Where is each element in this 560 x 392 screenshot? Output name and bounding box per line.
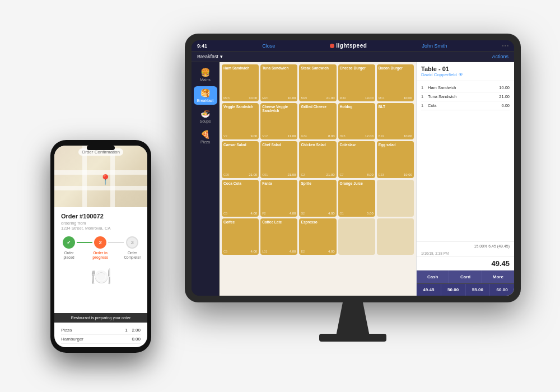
- menu-item[interactable]: BLT B19 10.00: [377, 103, 414, 140]
- step-3-label: Order Complete!: [124, 251, 141, 260]
- menu-item[interactable]: Fanta F2 4.00: [260, 180, 297, 217]
- phone-status-bar: Restaurant is preparing your order: [54, 313, 147, 323]
- scene: 9:41 Close lightspeed John Smith ▪ ▪ ▪ B…: [28, 22, 532, 370]
- progress-steps: ✓ Order placed 2 Order in progress 3 Ord…: [61, 236, 141, 260]
- menu-item[interactable]: [377, 218, 414, 255]
- order-item-row: 1 Cola 6.00: [421, 101, 510, 110]
- quick-amount-button[interactable]: 49.45: [417, 284, 441, 296]
- tablet: 9:41 Close lightspeed John Smith ▪ ▪ ▪ B…: [185, 34, 521, 302]
- menu-item[interactable]: Espresso E2 4.00: [299, 218, 336, 255]
- order-items-list: 1 Ham Sandwich 10.00 1 Tuna Sandwich 21.…: [417, 81, 514, 241]
- soups-icon: 🍜: [195, 109, 216, 118]
- phone-order-list: Pizza 1 2.00 Hamburger 0.00: [54, 323, 147, 347]
- menu-item[interactable]: Bacon Burger M11 10.00: [377, 64, 414, 101]
- quick-amount-button[interactable]: 50.00: [441, 284, 466, 296]
- menu-grid: Ham Sandwich M23 10.00 Tuna Sandwich M20…: [220, 62, 416, 296]
- map-pin: 📍: [99, 174, 111, 186]
- menu-item[interactable]: Grilled Cheese G34 8.00: [299, 103, 336, 140]
- step-2-circle: 2: [94, 236, 106, 249]
- step-2-label: Order in progress: [92, 251, 108, 260]
- lightspeed-logo: lightspeed: [330, 43, 367, 49]
- map-road-h2: [54, 186, 147, 190]
- menu-item[interactable]: Cheese Burger M39 19.00: [338, 64, 375, 101]
- step-2: 2 Order in progress: [92, 236, 108, 260]
- step-1-label: Order placed: [61, 251, 77, 260]
- phone: 📍 Order Confirmation Order #100072 order…: [50, 140, 151, 353]
- tablet-nav: Breakfast ▾ Actions: [192, 52, 514, 62]
- order-total: 49.45: [417, 256, 514, 270]
- step-1-circle: ✓: [63, 236, 75, 249]
- close-button[interactable]: Close: [262, 43, 275, 49]
- tablet-base: [319, 334, 386, 342]
- ordering-from-label: ordering from 1234 Street, Monrovia, CA: [61, 221, 141, 231]
- connector-2: [108, 242, 124, 243]
- tablet-time: 9:41: [197, 43, 207, 49]
- payment-method-button[interactable]: Card: [449, 270, 482, 283]
- sidebar-label-breakfast: Breakfast: [197, 99, 214, 102]
- step-3: 3 Order Complete!: [124, 236, 141, 260]
- menu-item[interactable]: Ham Sandwich M23 10.00: [222, 64, 259, 101]
- menu-item[interactable]: Tuna Sandwich M20 10.00: [260, 64, 297, 101]
- order-item-row: 1 Ham Sandwich 10.00: [421, 83, 510, 92]
- eye-icon: 👁: [459, 72, 463, 77]
- actions-button[interactable]: Actions: [492, 54, 508, 59]
- food-illustration: 🍽️: [61, 267, 141, 286]
- phone-screen: 📍 Order Confirmation Order #100072 order…: [54, 146, 147, 347]
- phone-notch: [87, 146, 115, 150]
- logo-dot: [330, 44, 334, 48]
- menu-item[interactable]: Hotdog H23 12.00: [338, 103, 375, 140]
- pos-sidebar: 🍔 Mains 🥞 Breakfast 🍜 Soups 🍕 Pizza: [192, 62, 220, 296]
- phone-order-row: Pizza 1 2.00: [61, 326, 141, 335]
- menu-item[interactable]: Sprite S2 4.00: [299, 180, 336, 217]
- menu-item[interactable]: Coleslaw C7 8.00: [338, 141, 375, 178]
- tablet-screen: 9:41 Close lightspeed John Smith ▪ ▪ ▪ B…: [192, 40, 514, 296]
- tax-line: 15.00% 6.45 (49.45): [417, 241, 514, 250]
- connector-1: [77, 242, 92, 243]
- customer-name: David Copperfield 👁: [421, 72, 510, 77]
- phone-content: Order #100072 ordering from 1234 Street,…: [54, 207, 147, 313]
- payment-method-button[interactable]: Cash: [417, 270, 449, 283]
- menu-item[interactable]: Cheese Veggie Sandwich V12 11.00: [260, 103, 297, 140]
- sidebar-label-mains: Mains: [200, 78, 211, 82]
- menu-item[interactable]: Coffee C5 4.00: [222, 218, 259, 255]
- quick-amount-button[interactable]: 55.00: [466, 284, 491, 296]
- quick-amount-button[interactable]: 60.00: [490, 284, 514, 296]
- phone-map: 📍 Order Confirmation: [54, 146, 147, 207]
- sidebar-item-breakfast[interactable]: 🥞 Breakfast: [194, 86, 217, 105]
- menu-item[interactable]: Chicken Salad C2 21.00: [299, 141, 336, 178]
- quick-amounts: 49.4550.0055.0060.00: [417, 283, 514, 296]
- phone-order-row: Hamburger 0.00: [61, 335, 141, 344]
- menu-item[interactable]: Caffee Late L01 4.00: [260, 218, 297, 255]
- menu-item[interactable]: [377, 180, 414, 217]
- menu-item[interactable]: Coca Cola C5 4.00: [222, 180, 259, 217]
- step-1: ✓ Order placed: [61, 236, 77, 260]
- menu-item[interactable]: Orange Juice O1 5.00: [338, 180, 375, 217]
- payment-method-button[interactable]: More: [482, 270, 514, 283]
- menu-item[interactable]: Caesar Salad C99 21.00: [222, 141, 259, 178]
- menu-item[interactable]: Veggie Sandwich V2 9.00: [222, 103, 259, 140]
- order-footer: 1/10/18, 2:38 PM: [417, 250, 514, 256]
- step-3-circle: 3: [126, 236, 138, 249]
- sidebar-item-soups[interactable]: 🍜 Soups: [194, 107, 217, 125]
- logo-text: lightspeed: [336, 43, 367, 49]
- tablet-stand: [336, 302, 370, 336]
- user-name: John Smith: [422, 43, 447, 49]
- mains-icon: 🍔: [195, 68, 216, 77]
- pizza-icon: 🍕: [195, 130, 216, 139]
- menu-item[interactable]: Egg salad E23 19.00: [377, 141, 414, 178]
- sidebar-label-pizza: Pizza: [200, 140, 210, 144]
- order-timestamp: 1/10/18, 2:38 PM: [421, 251, 449, 255]
- menu-item[interactable]: Steak Sandwich M29 21.00: [299, 64, 336, 101]
- table-label: Table - 01: [421, 66, 510, 72]
- nav-title[interactable]: Breakfast ▾: [197, 54, 223, 59]
- order-item-row: 1 Tuna Sandwich 21.00: [421, 92, 510, 101]
- sidebar-item-pizza[interactable]: 🍕 Pizza: [194, 128, 217, 146]
- payment-methods: CashCardMore: [417, 270, 514, 283]
- menu-item[interactable]: [338, 218, 375, 255]
- sidebar-label-soups: Soups: [200, 119, 211, 123]
- sidebar-item-mains[interactable]: 🍔 Mains: [194, 66, 217, 84]
- pos-order-panel: Table - 01 David Copperfield 👁 1 Ham San…: [416, 62, 514, 296]
- tablet-topbar: 9:41 Close lightspeed John Smith ▪ ▪ ▪: [192, 40, 514, 52]
- menu-item[interactable]: Chef Salad C01 21.00: [260, 141, 297, 178]
- order-header: Table - 01 David Copperfield 👁: [417, 62, 514, 81]
